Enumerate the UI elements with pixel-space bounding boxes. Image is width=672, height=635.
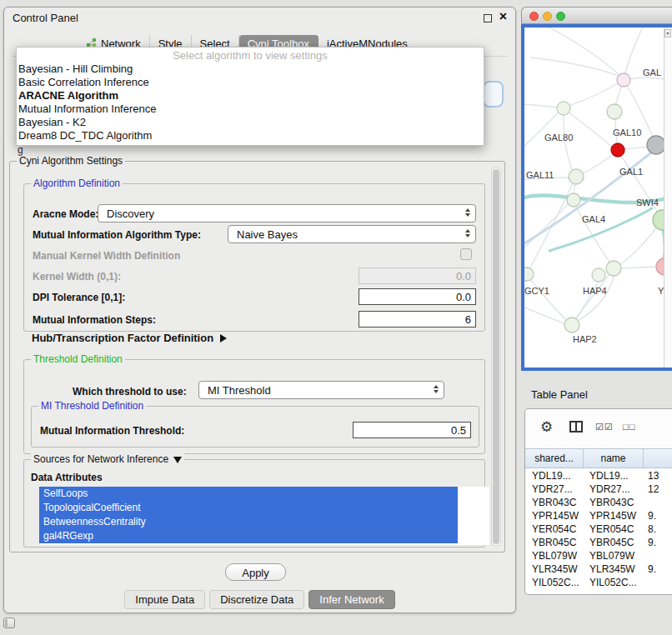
minimized-panel-icon[interactable] [3, 618, 15, 628]
table-row[interactable]: YER054CYER054C8. [525, 522, 672, 536]
svg-text:GCY1: GCY1 [524, 286, 549, 296]
network-window-titlebar[interactable] [521, 7, 672, 24]
table-cell: YPR145W [525, 509, 584, 522]
zoom-traffic-light-icon[interactable] [556, 12, 565, 21]
hub-section-label: Hub/Transcription Factor Definition [32, 332, 213, 344]
settings-scrollbar[interactable] [491, 167, 501, 547]
attribute-list-item[interactable]: SelfLoops [39, 487, 458, 501]
network-scrollbar[interactable] [664, 28, 672, 368]
aracne-mode-combobox[interactable]: Discovery [98, 204, 476, 222]
table-panel-title: Table Panel [531, 388, 588, 401]
mi-threshold-field[interactable]: 0.5 [353, 422, 471, 438]
column-header-third[interactable] [644, 449, 672, 468]
dpi-tolerance-field[interactable]: 0.0 [359, 288, 476, 305]
attribute-list-item[interactable]: gal4RGexp [39, 529, 458, 543]
obscured-control-fragment [483, 81, 504, 108]
attribute-list-item[interactable]: TopologicalCoefficient [39, 501, 458, 515]
threshold-definition-group: Threshold Definition Which threshold to … [23, 359, 485, 454]
hub-section-toggle[interactable]: Hub/Transcription Factor Definition [32, 332, 227, 344]
expanded-arrow-icon [173, 457, 182, 463]
minimize-traffic-light-icon[interactable] [543, 12, 552, 21]
attribute-list-item[interactable]: BetweennessCentrality [39, 515, 458, 529]
svg-text:GAL1: GAL1 [619, 167, 643, 177]
columns-icon[interactable] [569, 421, 583, 432]
cyni-settings-group: Cyni Algorithm Settings Algorithm Defini… [9, 161, 505, 552]
algorithm-option[interactable]: ARACNE Algorithm [17, 89, 484, 102]
table-row[interactable]: YBL079WYBL079W [525, 549, 672, 562]
manual-kernel-checkbox[interactable] [460, 248, 472, 260]
mi-threshold-group-title: MI Threshold Definition [38, 400, 146, 412]
attribute-list[interactable]: SelfLoopsTopologicalCoefficientBetweenne… [39, 487, 489, 545]
table-cell: YIL052C... [584, 576, 644, 589]
bottom-tab-discretize-data[interactable]: Discretize Data [209, 590, 304, 609]
svg-text:GAL10: GAL10 [613, 128, 641, 138]
mi-steps-label: Mutual Information Steps: [33, 314, 156, 326]
combobox-stepper-icon [434, 385, 439, 393]
network-graph[interactable]: GALGAL80GAL10GAL11GAL1SWI4GAL4GCY1HAP4YH… [524, 28, 672, 368]
mi-threshold-group: MI Threshold Definition Mutual Informati… [31, 406, 479, 448]
close-icon[interactable]: × [499, 9, 507, 24]
sources-group-title[interactable]: Sources for Network Inference [31, 453, 184, 465]
gear-icon[interactable]: ⚙ [540, 418, 553, 436]
kernel-width-field[interactable]: 0.0 [359, 268, 476, 284]
unchecked-boxes-icon[interactable]: □□ [623, 422, 635, 432]
table-row[interactable]: YIL052C...YIL052C... [525, 576, 672, 589]
data-attributes-label: Data Attributes [31, 472, 103, 483]
settings-group-title: Cyni Algorithm Settings [17, 155, 125, 167]
svg-text:GAL4: GAL4 [582, 214, 605, 224]
table-cell: YDR27... [525, 482, 584, 496]
which-threshold-combobox[interactable]: MI Threshold [198, 381, 444, 399]
dropdown-placeholder-item[interactable]: Select algorithm to view settings [17, 49, 484, 62]
table-cell: YDL19... [584, 469, 644, 482]
table-cell: YBL079W [584, 549, 644, 562]
algorithm-option[interactable]: Basic Correlation Inference [17, 76, 484, 89]
algorithm-dropdown-popup: Select algorithm to view settings Bayesi… [16, 47, 484, 146]
apply-button[interactable]: Apply [225, 563, 286, 581]
bottom-tab-impute-data[interactable]: Impute Data [124, 590, 205, 609]
svg-text:GAL11: GAL11 [526, 170, 554, 180]
column-header-shared-name[interactable]: shared... [525, 449, 584, 468]
which-threshold-label: Which threshold to use: [73, 386, 187, 398]
table-row[interactable]: YPR145WYPR145W9. [525, 509, 672, 522]
column-header-name[interactable]: name [584, 449, 644, 468]
combobox-value: MI Threshold [208, 384, 271, 397]
network-canvas[interactable]: GALGAL80GAL10GAL11GAL1SWI4GAL4GCY1HAP4YH… [521, 24, 672, 371]
mi-threshold-label: Mutual Information Threshold: [40, 425, 184, 437]
svg-text:GAL: GAL [643, 68, 661, 78]
table-cell: YER054C [525, 522, 584, 536]
table-row[interactable]: YBR045CYBR045C9. [525, 536, 672, 549]
table-panel-window: ⚙ ☑☑ □□ shared... name YDL19...YDL19...1… [524, 408, 672, 595]
algorithm-option[interactable]: Mutual Information Inference [17, 102, 484, 116]
table-row[interactable]: YDL19...YDL19...13 [525, 469, 672, 482]
combobox-value: Naive Bayes [237, 228, 298, 241]
scroll-arrow-icon[interactable] [664, 29, 671, 38]
table-row[interactable]: YDR27...YDR27...12 [525, 482, 672, 496]
window-title: Control Panel [13, 12, 78, 24]
sources-group: Sources for Network Inference Data Attri… [23, 459, 485, 548]
svg-text:HAP2: HAP2 [573, 334, 597, 344]
algorithm-option[interactable]: Bayesian - Hill Climbing [17, 62, 484, 76]
threshold-definition-title: Threshold Definition [31, 353, 125, 365]
table-row[interactable]: YLR345WYLR345W9. [525, 562, 672, 576]
float-window-icon[interactable] [484, 14, 492, 22]
sources-group-label: Sources for Network Inference [33, 453, 168, 465]
control-panel-window: Control Panel × NetworkStyleSelectCyni T… [3, 7, 516, 613]
network-view-window: GALGAL80GAL10GAL11GAL1SWI4GAL4GCY1HAP4YH… [521, 7, 672, 371]
table-header: shared... name [525, 448, 672, 468]
close-traffic-light-icon[interactable] [529, 12, 539, 21]
table-row[interactable]: YBR043CYBR043C [525, 496, 672, 509]
checked-boxes-icon[interactable]: ☑☑ [595, 422, 614, 432]
algorithm-option[interactable]: Bayesian - K2 [17, 116, 484, 129]
table-cell [644, 576, 672, 589]
scrollbar-thumb[interactable] [493, 169, 499, 544]
table-cell: YDR27... [584, 482, 644, 496]
dpi-tolerance-label: DPI Tolerance [0,1]: [33, 292, 125, 303]
bottom-tab-infer-network[interactable]: Infer Network [308, 590, 394, 609]
mi-type-combobox[interactable]: Naive Bayes [228, 225, 476, 243]
algorithm-definition-title: Algorithm Definition [31, 178, 123, 189]
table-cell: 9. [644, 536, 672, 549]
mi-steps-field[interactable]: 6 [359, 311, 476, 328]
table-cell: 9. [644, 562, 672, 576]
table-cell: 12 [644, 482, 672, 496]
algorithm-option[interactable]: Dream8 DC_TDC Algorithm [17, 129, 484, 142]
